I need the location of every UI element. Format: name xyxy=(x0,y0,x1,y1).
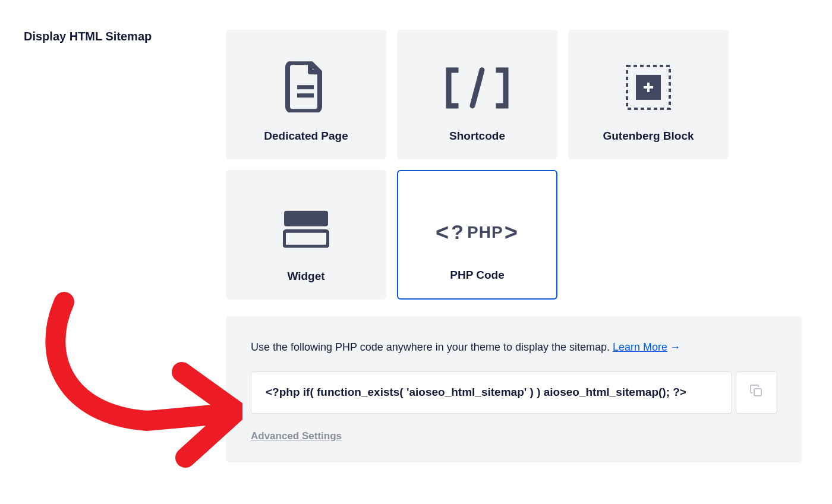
svg-rect-8 xyxy=(284,231,328,247)
option-widget[interactable]: Widget xyxy=(226,170,386,300)
file-icon xyxy=(285,61,327,115)
section-title: Display HTML Sitemap xyxy=(24,30,226,43)
option-php-code[interactable]: < ? PHP > PHP Code xyxy=(397,170,557,300)
svg-rect-7 xyxy=(284,211,328,226)
advanced-settings-link[interactable]: Advanced Settings xyxy=(251,430,342,442)
arrow-right-icon: → xyxy=(670,341,680,353)
option-label: Shortcode xyxy=(449,130,505,143)
php-code-panel: Use the following PHP code anywhere in y… xyxy=(226,316,802,462)
option-gutenberg-block[interactable]: Gutenberg Block xyxy=(568,30,729,159)
option-label: PHP Code xyxy=(450,269,505,282)
panel-description: Use the following PHP code anywhere in y… xyxy=(251,341,777,354)
learn-more-link[interactable]: Learn More xyxy=(613,341,667,353)
php-code-snippet[interactable]: <?php if( function_exists( 'aioseo_html_… xyxy=(251,371,732,414)
shortcode-icon xyxy=(445,67,509,112)
option-label: Widget xyxy=(287,270,324,283)
option-shortcode[interactable]: Shortcode xyxy=(397,30,557,159)
block-icon xyxy=(625,64,672,114)
svg-rect-1 xyxy=(297,93,314,97)
php-icon: < ? PHP > xyxy=(436,220,519,244)
option-label: Dedicated Page xyxy=(264,130,348,143)
svg-line-2 xyxy=(472,70,482,106)
svg-rect-9 xyxy=(754,389,761,396)
copy-button[interactable] xyxy=(736,371,777,414)
option-dedicated-page[interactable]: Dedicated Page xyxy=(226,30,386,159)
widget-icon xyxy=(283,210,329,250)
php-text: PHP xyxy=(467,222,503,241)
option-label: Gutenberg Block xyxy=(603,130,694,143)
copy-icon xyxy=(749,384,764,401)
display-options-grid: Dedicated Page Shortcode xyxy=(226,30,808,300)
svg-rect-0 xyxy=(297,85,314,89)
